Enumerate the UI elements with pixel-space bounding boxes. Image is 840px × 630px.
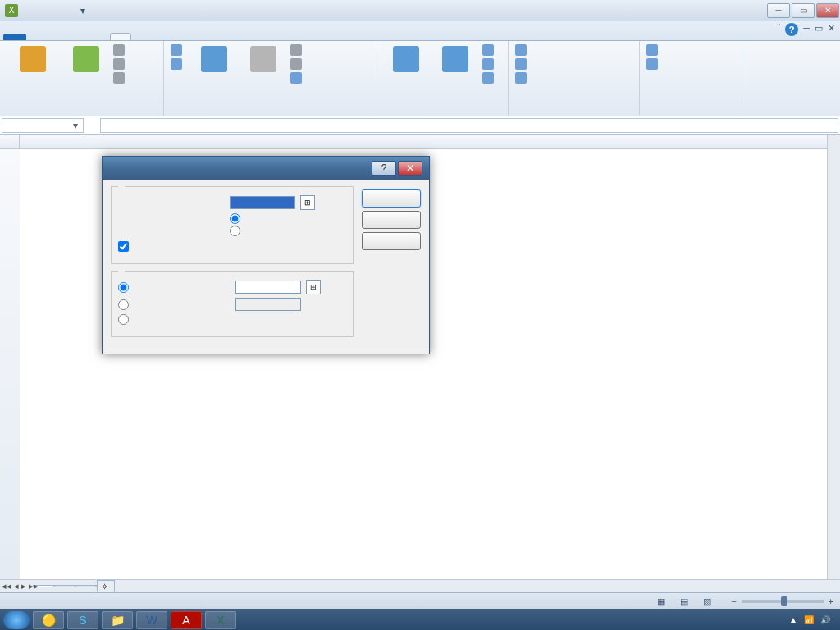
taskbar-explorer[interactable]: 📁 bbox=[102, 611, 133, 629]
tab-page-layout[interactable] bbox=[71, 34, 90, 40]
new-worksheet-field bbox=[235, 298, 301, 311]
consolidate-button[interactable] bbox=[482, 58, 494, 70]
group-by-rows-radio[interactable] bbox=[230, 226, 240, 236]
tray-flag-icon[interactable]: ▲ bbox=[789, 615, 797, 624]
taskbar-chrome[interactable]: 🟡 bbox=[33, 611, 64, 629]
view-normal-icon[interactable]: ▦ bbox=[657, 596, 665, 607]
ok-button[interactable] bbox=[362, 189, 421, 208]
vertical-scrollbar[interactable] bbox=[827, 135, 840, 579]
output-range-radio[interactable] bbox=[118, 282, 129, 293]
tray-network-icon[interactable]: 📶 bbox=[804, 615, 814, 624]
start-button[interactable] bbox=[3, 611, 30, 629]
ungroup-button[interactable] bbox=[515, 58, 530, 70]
namebox-dropdown-icon[interactable]: ▾ bbox=[73, 120, 78, 131]
sort-az-button[interactable] bbox=[171, 44, 187, 56]
get-external-data-button[interactable] bbox=[7, 43, 59, 112]
subtotal-button[interactable] bbox=[515, 72, 530, 84]
tab-abbyy[interactable] bbox=[171, 34, 190, 40]
minimize-button[interactable]: ─ bbox=[767, 3, 790, 18]
system-tray[interactable]: ▲ 📶 🔊 bbox=[783, 615, 837, 624]
group-outline bbox=[509, 41, 640, 116]
filter-button[interactable] bbox=[241, 43, 285, 112]
taskbar-acrobat[interactable]: A bbox=[171, 611, 202, 629]
maximize-button[interactable]: ▭ bbox=[792, 3, 815, 18]
qat-customize[interactable]: ▾ bbox=[75, 5, 90, 16]
edit-links-button[interactable] bbox=[113, 72, 128, 84]
quick-access-toolbar: X ▾ bbox=[0, 4, 95, 17]
horizontal-scrollbar[interactable]: ◂◂ ◂ ▸ ▸▸ ✧ bbox=[0, 579, 840, 592]
sort-za-icon bbox=[171, 58, 182, 70]
column-headers[interactable] bbox=[20, 135, 827, 149]
sheet-tab-3[interactable] bbox=[75, 585, 97, 587]
tab-insert[interactable] bbox=[51, 34, 71, 40]
cancel-button[interactable] bbox=[362, 211, 421, 229]
dialog-titlebar[interactable]: ? ✕ bbox=[103, 157, 429, 180]
taskbar-skype[interactable]: S bbox=[67, 611, 98, 629]
new-workbook-radio[interactable] bbox=[118, 314, 129, 325]
close-button[interactable]: ✕ bbox=[816, 3, 839, 18]
tab-view[interactable] bbox=[151, 34, 171, 40]
name-box[interactable]: ▾ bbox=[2, 118, 84, 133]
output-range-ref-button[interactable]: ⊞ bbox=[306, 280, 321, 294]
data-analysis-button[interactable] bbox=[646, 44, 661, 56]
help-icon[interactable]: ? bbox=[785, 23, 798, 36]
labels-first-row-checkbox[interactable] bbox=[118, 241, 129, 252]
zoom-in-icon[interactable]: + bbox=[829, 596, 833, 606]
status-bar: ▦ ▤ ▧ − + bbox=[0, 592, 840, 609]
sheet-tab-new[interactable]: ✧ bbox=[97, 580, 115, 593]
sort-button[interactable] bbox=[192, 43, 236, 112]
sort-za-button[interactable] bbox=[171, 58, 187, 70]
input-range-ref-button[interactable]: ⊞ bbox=[300, 195, 315, 210]
refresh-all-button[interactable] bbox=[64, 43, 108, 112]
advanced-filter-button[interactable] bbox=[290, 72, 305, 84]
validation-icon bbox=[482, 44, 494, 56]
help-button[interactable] bbox=[362, 232, 421, 250]
tray-volume-icon[interactable]: 🔊 bbox=[820, 615, 830, 624]
taskbar-excel[interactable]: X bbox=[205, 611, 236, 629]
zoom-slider[interactable] bbox=[742, 600, 824, 603]
group-by-columns-radio[interactable] bbox=[230, 213, 240, 224]
refresh-icon bbox=[73, 46, 99, 72]
new-worksheet-radio[interactable] bbox=[118, 299, 129, 310]
view-pagebreak-icon[interactable]: ▧ bbox=[703, 596, 711, 607]
remove-duplicates-button[interactable] bbox=[433, 43, 477, 112]
zoom-control[interactable]: − + bbox=[726, 596, 833, 606]
sheet-nav[interactable]: ◂◂ ◂ ▸ ▸▸ bbox=[2, 581, 39, 591]
group-label bbox=[7, 112, 157, 116]
tab-review[interactable] bbox=[131, 34, 151, 40]
formula-input[interactable] bbox=[100, 118, 838, 133]
view-layout-icon[interactable]: ▤ bbox=[680, 596, 688, 607]
sheet-tab-2[interactable] bbox=[54, 585, 75, 587]
whatif-button[interactable] bbox=[482, 72, 494, 84]
connections-button[interactable] bbox=[113, 44, 128, 56]
text-to-columns-button[interactable] bbox=[384, 43, 428, 112]
workbook-restore[interactable]: ▭ bbox=[815, 23, 823, 36]
properties-button[interactable] bbox=[113, 58, 128, 70]
group-analysis bbox=[640, 41, 746, 116]
output-range-field[interactable] bbox=[235, 281, 301, 294]
taskbar-word[interactable]: W bbox=[136, 611, 167, 629]
select-all-corner[interactable] bbox=[0, 135, 20, 149]
data-validation-button[interactable] bbox=[482, 44, 494, 56]
workbook-close[interactable]: ✕ bbox=[828, 23, 835, 36]
group-button[interactable] bbox=[515, 44, 530, 56]
titlebar: X ▾ ─ ▭ ✕ bbox=[0, 0, 840, 21]
tab-formulas[interactable] bbox=[90, 34, 110, 40]
reapply-button[interactable] bbox=[290, 58, 305, 70]
taskbar: 🟡 S 📁 W A X ▲ 📶 🔊 bbox=[0, 609, 840, 630]
ribbon-minimize-icon[interactable]: ˇ bbox=[778, 23, 781, 36]
zoom-out-icon[interactable]: − bbox=[731, 596, 736, 606]
tab-file[interactable] bbox=[3, 34, 26, 40]
input-range-field[interactable] bbox=[230, 196, 295, 209]
clear-filter-button[interactable] bbox=[290, 44, 305, 56]
solver-button[interactable] bbox=[646, 58, 661, 70]
dialog-help-button[interactable]: ? bbox=[372, 161, 396, 176]
row-headers[interactable] bbox=[0, 149, 20, 579]
tab-data[interactable] bbox=[110, 33, 131, 40]
tab-home[interactable] bbox=[31, 34, 51, 40]
external-data-icon bbox=[20, 46, 46, 72]
excel-icon: X bbox=[5, 4, 18, 17]
dialog-close-button[interactable]: ✕ bbox=[398, 161, 422, 176]
group-sort-filter bbox=[164, 41, 377, 116]
workbook-minimize[interactable]: ─ bbox=[803, 23, 810, 36]
